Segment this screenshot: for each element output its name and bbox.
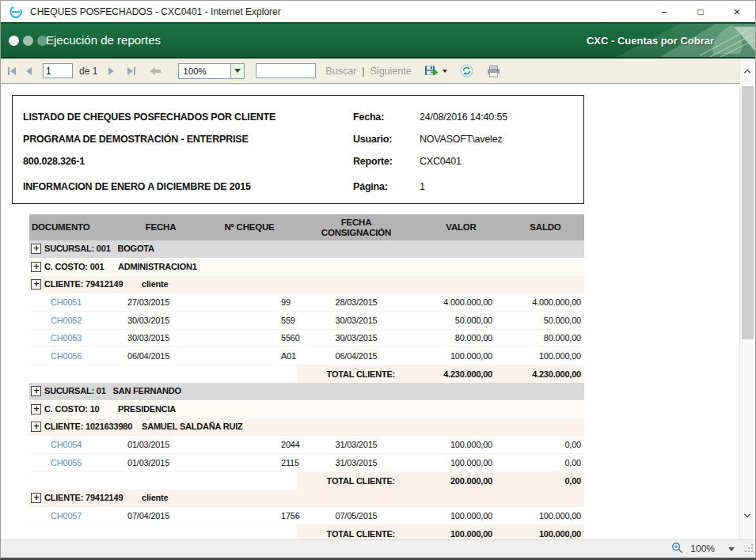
scrollbar-thumb[interactable] bbox=[742, 86, 754, 339]
maximize-button[interactable]: □ bbox=[682, 1, 719, 22]
vertical-scrollbar[interactable] bbox=[739, 59, 754, 540]
first-page-button[interactable] bbox=[8, 67, 16, 75]
cell-fecha: 30/03/2015 bbox=[120, 333, 202, 342]
cell-fecha-consignacion: 30/03/2015 bbox=[297, 316, 416, 325]
expand-icon[interactable] bbox=[31, 262, 41, 272]
export-save-icon bbox=[424, 65, 439, 78]
company-name: PROGRAMA DE DEMOSTRACIÓN - ENTERPRISE bbox=[23, 128, 275, 150]
report-toolbar: de 1 100% Buscar | Siguiente bbox=[1, 59, 741, 84]
cell-saldo: 50.000,00 bbox=[507, 316, 584, 325]
expand-icon[interactable] bbox=[31, 422, 41, 432]
cell-fecha-consignacion: 06/04/2015 bbox=[297, 351, 416, 361]
scroll-up-button[interactable] bbox=[743, 68, 751, 76]
column-header-saldo: SALDO bbox=[507, 222, 584, 233]
field-label-fecha: Fecha: bbox=[353, 106, 420, 128]
header-dots-decoration bbox=[9, 36, 47, 46]
previous-page-button[interactable] bbox=[26, 67, 32, 75]
window-controls: – □ × bbox=[646, 1, 755, 22]
cell-saldo: 0,00 bbox=[507, 440, 584, 449]
export-button[interactable] bbox=[424, 65, 447, 78]
table-row: CH0053 30/03/2015 5560 30/03/2015 80.000… bbox=[29, 330, 584, 348]
total-label: TOTAL CLIENTE: bbox=[297, 525, 416, 540]
report-period: INFORMACION DE ENERO A DICIEMBRE DE 2015 bbox=[23, 176, 275, 198]
group-row-cliente: CLIENTE: 79412149 cliente bbox=[29, 276, 584, 294]
find-next-button[interactable]: Siguiente bbox=[370, 66, 412, 77]
cell-fecha: 30/03/2015 bbox=[120, 316, 202, 325]
expand-icon[interactable] bbox=[31, 386, 41, 396]
expand-icon[interactable] bbox=[31, 244, 41, 254]
find-button[interactable]: Buscar bbox=[325, 66, 356, 77]
cell-fecha: 27/03/2015 bbox=[120, 297, 202, 307]
status-bar: 100% bbox=[1, 539, 755, 558]
export-dropdown-caret[interactable] bbox=[443, 70, 447, 73]
document-link[interactable]: CH0051 bbox=[29, 297, 120, 307]
group-code: SUCURSAL: 001 bbox=[44, 244, 111, 253]
cell-valor: 4.000.000,00 bbox=[416, 297, 507, 307]
expand-icon[interactable] bbox=[31, 279, 41, 289]
cell-valor: 100.000,00 bbox=[416, 351, 507, 361]
resize-grip-icon[interactable] bbox=[745, 542, 754, 556]
cell-valor: 50.000,00 bbox=[416, 316, 507, 325]
cell-saldo: 100.000,00 bbox=[507, 511, 584, 520]
total-saldo: 0,00 bbox=[507, 472, 584, 490]
document-link[interactable]: CH0057 bbox=[29, 511, 120, 520]
last-page-button[interactable] bbox=[127, 67, 135, 75]
find-separator: | bbox=[362, 66, 364, 77]
cell-cheque: 2044 bbox=[202, 440, 297, 449]
zoom-magnifier-icon bbox=[671, 542, 683, 557]
table-row: CH0051 27/03/2015 99 28/03/2015 4.000.00… bbox=[29, 294, 584, 312]
next-page-button[interactable] bbox=[108, 67, 114, 75]
cell-saldo: 0,00 bbox=[507, 458, 584, 467]
total-saldo: 100.000,00 bbox=[507, 525, 584, 540]
column-header-cheque: Nº CHEQUE bbox=[202, 222, 297, 233]
cell-fecha-consignacion: 07/05/2015 bbox=[297, 511, 416, 520]
search-input[interactable] bbox=[256, 63, 316, 78]
cell-fecha-consignacion: 31/03/2015 bbox=[297, 458, 416, 467]
group-name: SAMUEL SALDAÑA RUIZ bbox=[142, 418, 243, 435]
close-button[interactable]: × bbox=[719, 1, 755, 22]
cell-cheque: 1756 bbox=[202, 511, 297, 520]
back-to-parent-report-button[interactable] bbox=[150, 67, 161, 75]
cell-valor: 80.000,00 bbox=[416, 333, 507, 342]
internet-explorer-icon[interactable] bbox=[9, 5, 23, 19]
document-link[interactable]: CH0052 bbox=[29, 316, 120, 325]
printer-icon bbox=[486, 65, 501, 78]
report-title: LISTADO DE CHEQUES POSFECHADOS POR CLIEN… bbox=[23, 106, 275, 128]
expand-icon[interactable] bbox=[31, 404, 41, 414]
cell-cheque: 559 bbox=[202, 316, 297, 325]
document-link[interactable]: CH0053 bbox=[29, 333, 120, 342]
column-header-valor: VALOR bbox=[416, 222, 507, 233]
cell-cheque: 5560 bbox=[202, 333, 297, 342]
cell-fecha: 06/04/2015 bbox=[120, 351, 202, 361]
cell-fecha: 01/03/2015 bbox=[120, 458, 202, 467]
cell-fecha: 07/04/2015 bbox=[120, 511, 202, 520]
field-value-pagina: 1 bbox=[420, 176, 425, 198]
refresh-button[interactable] bbox=[460, 64, 473, 78]
group-name: SAN FERNANDO bbox=[113, 386, 181, 395]
minimize-button[interactable]: – bbox=[646, 1, 682, 22]
group-code: CLIENTE: 1021633980 bbox=[44, 418, 132, 435]
zoom-select[interactable]: 100% bbox=[178, 63, 245, 79]
total-valor: 200.000,00 bbox=[416, 472, 507, 490]
group-row-cliente: CLIENTE: 1021633980 SAMUEL SALDAÑA RUIZ bbox=[29, 418, 584, 437]
table-header-row: DOCUMENTO FECHA Nº CHEQUE FECHA CONSIGNA… bbox=[29, 214, 584, 240]
expand-icon[interactable] bbox=[31, 493, 41, 503]
document-link[interactable]: CH0055 bbox=[29, 458, 120, 467]
total-saldo: 4.230.000,00 bbox=[507, 365, 584, 384]
total-valor: 4.230.000,00 bbox=[416, 365, 507, 384]
document-link[interactable]: CH0054 bbox=[29, 440, 120, 449]
print-button[interactable] bbox=[486, 65, 501, 78]
document-link[interactable]: CH0056 bbox=[29, 351, 120, 361]
cell-fecha-consignacion: 31/03/2015 bbox=[297, 440, 416, 449]
scroll-down-button[interactable] bbox=[743, 511, 751, 519]
zoom-level-dropdown[interactable] bbox=[728, 547, 735, 551]
page-number-input[interactable] bbox=[43, 63, 73, 78]
cell-saldo: 80.000,00 bbox=[507, 333, 584, 342]
field-label-usuario: Usuario: bbox=[353, 128, 420, 150]
total-row: TOTAL CLIENTE: 100.000,00 100.000,00 bbox=[29, 525, 584, 540]
table-row: CH0057 07/04/2015 1756 07/05/2015 100.00… bbox=[29, 508, 584, 526]
total-label: TOTAL CLIENTE: bbox=[297, 472, 416, 490]
status-zoom-level: 100% bbox=[690, 543, 715, 554]
zoom-dropdown-button[interactable] bbox=[230, 64, 244, 78]
zoom-value: 100% bbox=[179, 66, 230, 76]
